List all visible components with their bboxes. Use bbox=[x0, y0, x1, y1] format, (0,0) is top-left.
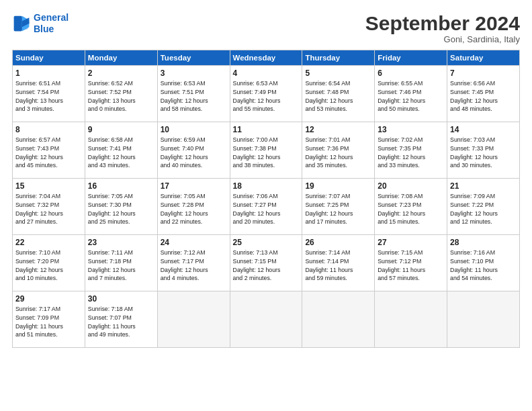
cell-content: Sunrise: 7:00 AMSunset: 7:38 PMDaylight:… bbox=[233, 136, 300, 170]
cell-line: Daylight: 12 hours bbox=[305, 153, 371, 162]
cell-line: Sunrise: 7:10 AM bbox=[15, 248, 82, 257]
day-number: 1 bbox=[15, 68, 82, 78]
col-header-monday: Monday bbox=[85, 50, 157, 66]
cell-content: Sunrise: 6:58 AMSunset: 7:41 PMDaylight:… bbox=[88, 136, 154, 170]
header: General Blue September 2024 Goni, Sardin… bbox=[12, 12, 520, 44]
cell-line: Daylight: 12 hours bbox=[305, 210, 371, 218]
cell-line: Sunset: 7:48 PM bbox=[305, 88, 371, 97]
day-number: 3 bbox=[161, 68, 227, 78]
cell-line: and 59 minutes. bbox=[305, 274, 371, 283]
cell-line: and 3 minutes. bbox=[15, 105, 82, 113]
cell-line: and 54 minutes. bbox=[450, 274, 517, 283]
day-number: 11 bbox=[233, 125, 300, 134]
cell-content: Sunrise: 7:03 AMSunset: 7:33 PMDaylight:… bbox=[450, 136, 517, 170]
cell-line: and 20 minutes. bbox=[233, 218, 300, 226]
cell-line: Daylight: 12 hours bbox=[15, 266, 82, 275]
cell-line: Sunrise: 7:12 AM bbox=[161, 248, 227, 257]
cell-content: Sunrise: 7:11 AMSunset: 7:18 PMDaylight:… bbox=[88, 248, 154, 283]
cell-line: and 7 minutes. bbox=[88, 274, 154, 283]
day-cell-3: 3Sunrise: 6:53 AMSunset: 7:51 PMDaylight… bbox=[157, 66, 230, 122]
cell-line: Sunrise: 6:57 AM bbox=[15, 136, 82, 144]
col-header-wednesday: Wednesday bbox=[230, 50, 302, 66]
cell-line: Sunset: 7:32 PM bbox=[15, 201, 82, 210]
day-cell-20: 20Sunrise: 7:08 AMSunset: 7:23 PMDayligh… bbox=[375, 179, 447, 235]
cell-line: Daylight: 12 hours bbox=[88, 153, 154, 162]
col-header-sunday: Sunday bbox=[13, 50, 85, 66]
cell-line: Daylight: 13 hours bbox=[15, 97, 82, 105]
week-row-5: 29Sunrise: 7:17 AMSunset: 7:09 PMDayligh… bbox=[13, 291, 520, 348]
cell-line: Daylight: 11 hours bbox=[88, 322, 154, 331]
cell-line: Daylight: 13 hours bbox=[88, 97, 154, 105]
cell-line: Sunrise: 6:54 AM bbox=[305, 79, 371, 88]
day-number: 27 bbox=[378, 238, 444, 247]
cell-line: Sunset: 7:40 PM bbox=[161, 144, 227, 153]
day-cell-15: 15Sunrise: 7:04 AMSunset: 7:32 PMDayligh… bbox=[13, 179, 85, 235]
cell-content: Sunrise: 7:15 AMSunset: 7:12 PMDaylight:… bbox=[378, 248, 444, 283]
cell-line: Sunrise: 7:05 AM bbox=[88, 192, 154, 201]
cell-line: Daylight: 12 hours bbox=[88, 210, 154, 218]
cell-content: Sunrise: 7:18 AMSunset: 7:07 PMDaylight:… bbox=[88, 305, 154, 339]
day-cell-7: 7Sunrise: 6:56 AMSunset: 7:45 PMDaylight… bbox=[447, 66, 520, 122]
cell-line: Sunrise: 6:56 AM bbox=[450, 79, 517, 88]
cell-line: Daylight: 11 hours bbox=[305, 266, 371, 275]
day-number: 29 bbox=[15, 294, 82, 304]
cell-content: Sunrise: 7:16 AMSunset: 7:10 PMDaylight:… bbox=[450, 248, 517, 283]
day-number: 9 bbox=[88, 125, 154, 134]
cell-line: Daylight: 12 hours bbox=[161, 266, 227, 275]
cell-line: Sunset: 7:17 PM bbox=[161, 257, 227, 266]
day-cell-12: 12Sunrise: 7:01 AMSunset: 7:36 PMDayligh… bbox=[302, 122, 375, 179]
cell-content: Sunrise: 6:57 AMSunset: 7:43 PMDaylight:… bbox=[15, 136, 82, 170]
day-cell-10: 10Sunrise: 6:59 AMSunset: 7:40 PMDayligh… bbox=[157, 122, 230, 179]
title-block: September 2024 Goni, Sardinia, Italy bbox=[365, 12, 520, 44]
empty-cell bbox=[230, 291, 302, 348]
week-row-1: 1Sunrise: 6:51 AMSunset: 7:54 PMDaylight… bbox=[13, 66, 520, 122]
cell-line: Daylight: 12 hours bbox=[378, 153, 444, 162]
col-header-tuesday: Tuesday bbox=[157, 50, 230, 66]
cell-line: Daylight: 12 hours bbox=[378, 210, 444, 218]
day-cell-5: 5Sunrise: 6:54 AMSunset: 7:48 PMDaylight… bbox=[302, 66, 375, 122]
cell-content: Sunrise: 7:07 AMSunset: 7:25 PMDaylight:… bbox=[305, 192, 371, 226]
cell-line: Daylight: 12 hours bbox=[450, 97, 517, 105]
cell-line: Sunrise: 7:11 AM bbox=[88, 248, 154, 257]
empty-cell bbox=[447, 291, 520, 348]
cell-line: Sunrise: 6:53 AM bbox=[161, 79, 227, 88]
logo-text: General Blue bbox=[34, 12, 69, 35]
day-number: 5 bbox=[305, 68, 371, 78]
cell-line: Daylight: 12 hours bbox=[450, 210, 517, 218]
day-cell-21: 21Sunrise: 7:09 AMSunset: 7:22 PMDayligh… bbox=[447, 179, 520, 235]
cell-line: Sunrise: 6:58 AM bbox=[88, 136, 154, 144]
cell-line: and 25 minutes. bbox=[88, 218, 154, 226]
cell-line: Sunset: 7:52 PM bbox=[88, 88, 154, 97]
day-cell-1: 1Sunrise: 6:51 AMSunset: 7:54 PMDaylight… bbox=[13, 66, 85, 122]
cell-line: and 33 minutes. bbox=[378, 161, 444, 170]
cell-line: Sunset: 7:46 PM bbox=[378, 88, 444, 97]
cell-line: Sunset: 7:18 PM bbox=[88, 257, 154, 266]
cell-line: and 27 minutes. bbox=[15, 218, 82, 226]
cell-line: and 40 minutes. bbox=[161, 161, 227, 170]
cell-content: Sunrise: 6:51 AMSunset: 7:54 PMDaylight:… bbox=[15, 79, 82, 113]
cell-line: Sunrise: 7:14 AM bbox=[305, 248, 371, 257]
cell-line: Daylight: 12 hours bbox=[378, 97, 444, 105]
cell-line: Sunrise: 6:53 AM bbox=[233, 79, 300, 88]
cell-line: Sunrise: 7:06 AM bbox=[233, 192, 300, 201]
cell-content: Sunrise: 7:09 AMSunset: 7:22 PMDaylight:… bbox=[450, 192, 517, 226]
day-number: 10 bbox=[161, 125, 227, 134]
cell-line: and 58 minutes. bbox=[161, 105, 227, 113]
cell-line: and 55 minutes. bbox=[233, 105, 300, 113]
cell-line: and 57 minutes. bbox=[378, 274, 444, 283]
day-cell-13: 13Sunrise: 7:02 AMSunset: 7:35 PMDayligh… bbox=[375, 122, 447, 179]
cell-line: Sunset: 7:51 PM bbox=[161, 88, 227, 97]
cell-line: Daylight: 12 hours bbox=[15, 210, 82, 218]
day-cell-30: 30Sunrise: 7:18 AMSunset: 7:07 PMDayligh… bbox=[85, 291, 157, 348]
cell-line: Daylight: 12 hours bbox=[161, 97, 227, 105]
cell-line: Daylight: 12 hours bbox=[88, 266, 154, 275]
day-number: 16 bbox=[88, 181, 154, 191]
day-number: 20 bbox=[378, 181, 444, 191]
day-number: 6 bbox=[378, 68, 444, 78]
day-cell-24: 24Sunrise: 7:12 AMSunset: 7:17 PMDayligh… bbox=[157, 235, 230, 291]
cell-line: and 4 minutes. bbox=[161, 274, 227, 283]
day-cell-11: 11Sunrise: 7:00 AMSunset: 7:38 PMDayligh… bbox=[230, 122, 302, 179]
cell-line: and 48 minutes. bbox=[450, 105, 517, 113]
day-cell-28: 28Sunrise: 7:16 AMSunset: 7:10 PMDayligh… bbox=[447, 235, 520, 291]
cell-line: and 12 minutes. bbox=[450, 218, 517, 226]
